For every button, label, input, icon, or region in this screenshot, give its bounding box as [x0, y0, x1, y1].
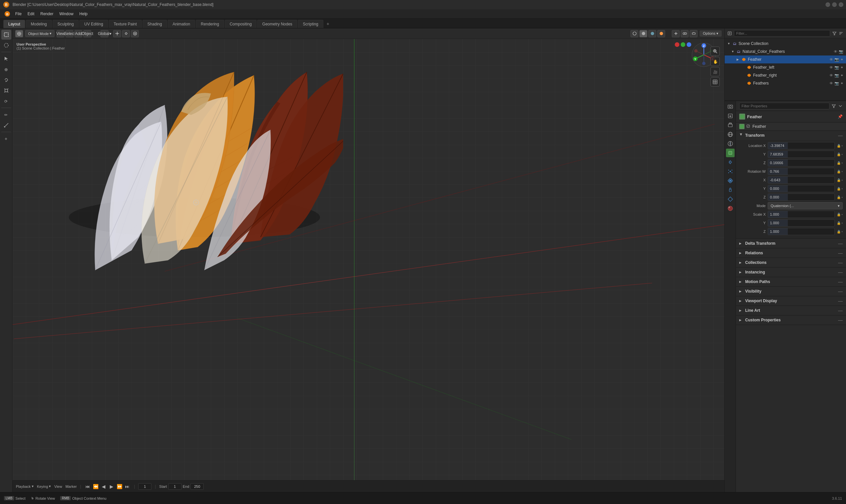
jump-to-end-btn[interactable]: ⏭: [124, 483, 131, 490]
tool-scale[interactable]: [1, 86, 11, 95]
scale-z-lock[interactable]: 🔒: [837, 230, 841, 234]
selection-restrict-1[interactable]: ✦: [840, 57, 843, 62]
jump-to-start-btn[interactable]: ⏮: [84, 483, 91, 490]
rotation-y-field[interactable]: 0.000: [767, 185, 835, 192]
visibility-eye-1[interactable]: 👁: [829, 57, 833, 61]
snap-btn[interactable]: [122, 30, 130, 37]
rotation-z-lock[interactable]: 🔒: [837, 196, 841, 199]
visibility-eye-2[interactable]: 👁: [829, 66, 833, 69]
visibility-render-3[interactable]: 📷: [834, 73, 839, 78]
props-search-input[interactable]: [739, 103, 829, 109]
tab-rendering[interactable]: Rendering: [196, 20, 224, 28]
tab-compositing[interactable]: Compositing: [225, 20, 257, 28]
tab-layout[interactable]: Layout: [3, 20, 25, 28]
visibility-render-1[interactable]: 📷: [834, 57, 839, 62]
menu-file[interactable]: File: [13, 11, 24, 17]
object-mode-dropdown[interactable]: Object Mode ▾: [25, 30, 54, 37]
play-reverse-btn[interactable]: ◀: [100, 483, 107, 490]
rotation-w-lock[interactable]: 🔒: [837, 170, 841, 174]
outliner-item-feather-left[interactable]: ▶ Feather_left 👁 📷 ✦: [725, 64, 846, 71]
tab-shading[interactable]: Shading: [142, 20, 167, 28]
viewport-display-section[interactable]: ▶ Viewport Display —: [736, 296, 846, 306]
location-z-field[interactable]: 0.16666: [767, 159, 835, 166]
delta-transform-section[interactable]: ▶ Delta Transform —: [736, 239, 846, 248]
prop-icon-material[interactable]: [726, 204, 735, 213]
xray-btn[interactable]: [690, 30, 697, 37]
menu-help[interactable]: Help: [77, 11, 90, 17]
viewport-shading-lk[interactable]: [648, 30, 656, 37]
show-overlays-btn[interactable]: [681, 30, 689, 37]
visibility-render-2[interactable]: 📷: [834, 66, 839, 70]
location-y-anim[interactable]: •: [841, 152, 843, 156]
add-workspace-button[interactable]: +: [324, 19, 332, 28]
outliner-item-feather-right[interactable]: ▶ Feather_right 👁 📷 ✦: [725, 71, 846, 79]
visibility-eye-0[interactable]: 👁: [834, 50, 838, 54]
scale-z-field[interactable]: 1.000: [767, 228, 835, 235]
prop-icon-modifier[interactable]: [726, 158, 735, 166]
tab-texture-paint[interactable]: Texture Paint: [109, 20, 142, 28]
scale-x-field[interactable]: 1.000: [767, 211, 835, 218]
prop-icon-object[interactable]: [726, 149, 735, 157]
menu-window[interactable]: Window: [56, 11, 76, 17]
scale-y-field[interactable]: 1.000: [767, 219, 835, 227]
viewport-shading-solid[interactable]: [639, 30, 647, 37]
instancing-section[interactable]: ▶ Instancing —: [736, 268, 846, 277]
collections-section[interactable]: ▶ Collections —: [736, 258, 846, 268]
rotation-mode-dropdown[interactable]: Quaternion (... ▾: [767, 202, 843, 210]
prop-icon-data[interactable]: [726, 195, 735, 203]
tab-modeling[interactable]: Modeling: [26, 20, 52, 28]
visibility-render-4[interactable]: 📷: [834, 81, 839, 86]
view-menu-btn[interactable]: View: [56, 30, 65, 37]
zoom-in-btn[interactable]: [710, 47, 720, 56]
grid-btn[interactable]: [710, 77, 720, 87]
tool-transform[interactable]: ⟳: [1, 96, 11, 106]
props-filter-icon[interactable]: [831, 104, 836, 108]
rotation-x-lock[interactable]: 🔒: [837, 178, 841, 182]
prop-icon-output[interactable]: [726, 112, 735, 120]
end-frame-input[interactable]: [190, 483, 204, 490]
rotation-w-field[interactable]: 0.766: [767, 168, 835, 175]
marker-btn[interactable]: Marker: [66, 485, 77, 488]
viewport-mode-icon[interactable]: [15, 30, 23, 37]
prop-icon-physics[interactable]: [726, 176, 735, 185]
tab-uv-editing[interactable]: UV Editing: [79, 20, 108, 28]
tab-scripting[interactable]: Scripting: [298, 20, 323, 28]
scale-x-lock[interactable]: 🔒: [837, 213, 841, 216]
menu-render[interactable]: Render: [38, 11, 56, 17]
jump-forward-btn[interactable]: ⏩: [116, 483, 123, 490]
transform-section-header[interactable]: ▶ Transform —: [736, 131, 846, 140]
scale-y-lock[interactable]: 🔒: [837, 221, 841, 225]
prop-icon-view-layer[interactable]: [726, 121, 735, 129]
outliner-item-natural-color-feathers[interactable]: ▼ 🗂 Natural_Color_Feathers 👁 📷: [725, 48, 846, 55]
viewport-shading-wire[interactable]: [631, 30, 638, 37]
location-x-anim[interactable]: •: [841, 144, 843, 148]
tool-cursor[interactable]: [1, 54, 11, 64]
minimize-button[interactable]: —: [826, 2, 830, 7]
object-menu-btn[interactable]: Object: [83, 30, 91, 37]
play-btn[interactable]: ▶: [108, 483, 115, 490]
selection-restrict-2[interactable]: ✦: [840, 66, 843, 70]
visibility-section[interactable]: ▶ Visibility —: [736, 287, 846, 296]
location-z-anim[interactable]: •: [841, 161, 843, 165]
prop-icon-particles[interactable]: [726, 167, 735, 176]
rotation-w-anim[interactable]: •: [841, 170, 843, 174]
outliner-filter-icon[interactable]: [832, 31, 837, 36]
options-button[interactable]: Options ▾: [700, 30, 722, 37]
tool-measure[interactable]: [1, 120, 11, 130]
close-button[interactable]: ×: [839, 2, 843, 7]
rotation-z-anim[interactable]: •: [841, 196, 843, 199]
prop-icon-constraints[interactable]: [726, 186, 735, 194]
rotation-y-lock[interactable]: 🔒: [837, 187, 841, 191]
scale-y-anim[interactable]: •: [841, 221, 843, 225]
outliner-sort-icon[interactable]: [839, 31, 843, 36]
location-y-field[interactable]: 7.68359: [767, 150, 835, 158]
mesh-checkbox[interactable]: [746, 124, 750, 129]
line-art-section[interactable]: ▶ Line Art —: [736, 306, 846, 316]
show-gizmos-btn[interactable]: [672, 30, 680, 37]
custom-properties-section[interactable]: ▶ Custom Properties —: [736, 316, 846, 325]
outliner-item-feathers[interactable]: ▶ Feathers 👁 📷 ✦: [725, 79, 846, 87]
timeline-view-btn[interactable]: View: [54, 485, 62, 488]
expand-all-icon[interactable]: [838, 104, 843, 108]
rotation-x-field[interactable]: -0.643: [767, 176, 835, 184]
motion-paths-section[interactable]: ▶ Motion Paths —: [736, 277, 846, 287]
